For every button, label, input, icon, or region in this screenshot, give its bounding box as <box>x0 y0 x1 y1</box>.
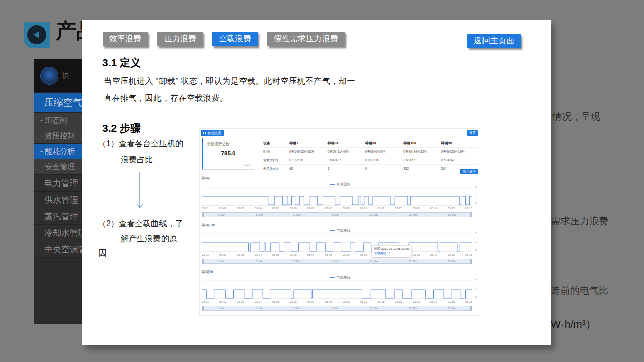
x-axis-tick: 03-12 <box>395 207 402 211</box>
tab-假性需求压力浪费[interactable]: 假性需求压力浪费 <box>267 32 345 46</box>
back-to-main-button[interactable]: 返回主页面 <box>467 34 521 48</box>
table-cell: 0.614521 <box>402 156 440 165</box>
sidebar-item[interactable]: - 能耗分析 <box>34 144 82 159</box>
settings-button[interactable]: 设置 <box>467 130 478 136</box>
x-axis-tick: 03-09 <box>343 207 350 211</box>
tooltip-value: 空载曲线 : 1 <box>374 251 409 256</box>
step2-text: 解产生浪费的原 <box>121 234 177 244</box>
step2-text: 因 <box>99 248 107 259</box>
slider-label: 10. Mar <box>369 213 378 216</box>
table-header-cell: 神钢9# <box>440 139 478 148</box>
x-axis-tick: 03-06 <box>290 300 297 304</box>
sidebar-item[interactable]: 电力管理 <box>34 175 82 192</box>
x-axis-tick: 03-16 <box>465 300 472 304</box>
sidebar-item[interactable]: 压缩空气 <box>34 93 82 113</box>
x-axis-tick: 03-11 <box>378 300 385 304</box>
chart-tooltip: 时间 2021-03-12 08:33:00空载曲线 : 1 <box>372 245 412 257</box>
chart-plot: 210 <box>202 187 472 206</box>
x-axis-tick: 03-10 <box>360 300 367 304</box>
dashboard-screenshot: 空载浪费 设置 空载浪费总数: 785.0 kW·h 设备神钢1神钢2#神钢3#… <box>199 128 480 316</box>
sidebar-item[interactable]: 冷却水管理 <box>34 225 82 241</box>
datazoom-slider[interactable]: 1. Mar3. Mar5. Mar8. Mar10. Mar12. Mar15… <box>202 259 472 264</box>
x-axis-tick: 03-09 <box>343 253 350 257</box>
slider-label: 3. Mar <box>256 260 263 263</box>
table-cell: 0天4时34分22秒 <box>402 148 440 156</box>
x-axis-tick: 03-16 <box>465 253 472 257</box>
chart-plot: 210时间 2021-03-12 08:33:00空载曲线 : 1 <box>202 233 472 252</box>
y-axis-tick: 0 <box>475 202 477 205</box>
y-axis-tick: 0 <box>475 249 477 251</box>
y-axis-tick: 1 <box>475 194 477 197</box>
chart-plot: 210 <box>202 280 472 299</box>
slider-label: 5. Mar <box>293 213 300 216</box>
datazoom-slider[interactable]: 1. Mar3. Mar5. Mar8. Mar10. Mar12. Mar15… <box>202 306 472 311</box>
x-axis-tick: 03-12 <box>395 300 402 304</box>
slider-label: 10. Mar <box>369 260 378 263</box>
x-axis-tick: 03-10 <box>360 253 367 257</box>
y-axis-tick: 2 <box>475 279 477 282</box>
x-axis-labels: 03-0103-0203-0303-0403-0503-0603-0703-08… <box>202 252 472 257</box>
tab-压力浪费[interactable]: 压力浪费 <box>157 32 203 46</box>
slider-label: 15. Mar <box>448 307 456 310</box>
slide-text-fragment: W·h/m³） <box>551 317 596 331</box>
table-cell: 352 <box>402 165 440 173</box>
slider-label: 10. Mar <box>369 307 378 310</box>
chart-block-神钢1: 神钢1空载曲线21003-0103-0203-0303-0403-0503-06… <box>202 175 478 222</box>
y-axis-tick: 2 <box>475 232 477 235</box>
sidebar-item[interactable]: 蒸汽管理 <box>34 208 82 225</box>
x-axis-tick: 03-15 <box>448 207 455 211</box>
table-header-cell: 神钢10# <box>402 139 440 148</box>
slider-label: 8. Mar <box>332 213 339 216</box>
x-axis-tick: 03-08 <box>325 207 332 211</box>
tooltip-time: 时间 2021-03-12 08:33:00 <box>374 247 409 251</box>
legend-label: 空载曲线 <box>337 182 351 187</box>
chart-device-label: 神钢10# <box>202 222 478 228</box>
x-axis-tick: 03-02 <box>219 207 226 211</box>
tab-空载浪费[interactable]: 空载浪费 <box>212 32 258 46</box>
table-cell: 0天4时25分19秒 <box>440 148 478 156</box>
sidebar-item[interactable]: - 安全管理 <box>34 159 82 175</box>
sidebar-item[interactable]: - 波段控制 <box>34 128 82 144</box>
slider-label: 3. Mar <box>256 213 263 216</box>
x-axis-tick: 03-01 <box>202 253 209 257</box>
slider-label: 1. Mar <box>218 260 225 263</box>
tab-效率浪费[interactable]: 效率浪费 <box>103 32 148 46</box>
expand-all-button[interactable]: 展开全部 <box>460 169 478 174</box>
slider-label: 8. Mar <box>332 307 339 310</box>
table-header-cell: 神钢3# <box>364 139 402 148</box>
summary-value: 785.0 <box>203 150 254 156</box>
datazoom-slider[interactable]: 1. Mar3. Mar5. Mar8. Mar10. Mar12. Mar15… <box>202 212 472 217</box>
sidebar-item[interactable]: 供水管理 <box>34 192 82 208</box>
chart-legend: 空载曲线 <box>202 228 478 233</box>
summary-label: 空载浪费总数: <box>207 142 254 147</box>
table-cell: 0.594347 <box>440 156 478 165</box>
definition-text: 直在排气，因此，存在空载浪费。 <box>104 93 228 104</box>
x-axis-tick: 03-07 <box>307 253 314 257</box>
x-axis-tick: 03-13 <box>413 253 420 257</box>
chart-legend: 空载曲线 <box>202 275 478 280</box>
legend-label: 空载曲线 <box>337 228 351 233</box>
slide-text-fragment: 造前的电气比 <box>551 284 608 297</box>
x-axis-tick: 03-14 <box>430 300 437 304</box>
table-cell: 0.002427 <box>326 156 364 165</box>
play-left-icon <box>27 25 46 44</box>
x-axis-tick: 03-01 <box>202 207 209 211</box>
y-axis-tick: 0 <box>475 296 477 298</box>
x-axis-tick: 03-02 <box>219 253 226 257</box>
summary-card: 空载浪费总数: 785.0 kW·h <box>202 138 254 170</box>
sidebar-item[interactable]: - 组态图 <box>34 113 82 128</box>
charts-area: 神钢1空载曲线21003-0103-0203-0303-0403-0503-06… <box>202 175 478 316</box>
step2-text: （2）查看空载曲线，了 <box>98 219 183 229</box>
slider-label: 5. Mar <box>293 260 300 263</box>
table-row-label: 空载率(%) <box>262 156 288 165</box>
sidebar-item[interactable]: 中央空调管理 <box>34 241 82 258</box>
table-row-label: 电量(kwh) <box>262 165 288 173</box>
x-axis-tick: 03-16 <box>465 207 472 211</box>
summary-unit: kW·h <box>244 164 251 167</box>
background-sidebar: 匠 压缩空气- 组态图- 波段控制- 能耗分析- 安全管理电力管理供水管理蒸汽管… <box>34 59 82 324</box>
table-cell: 0天14时25分52秒 <box>288 148 326 156</box>
step1-text: 浪费占比 <box>121 155 153 165</box>
table-header-cell: 设备 <box>262 139 288 148</box>
app-logo-icon <box>40 67 58 85</box>
dashboard-title-chip[interactable]: 空载浪费 <box>201 130 224 136</box>
